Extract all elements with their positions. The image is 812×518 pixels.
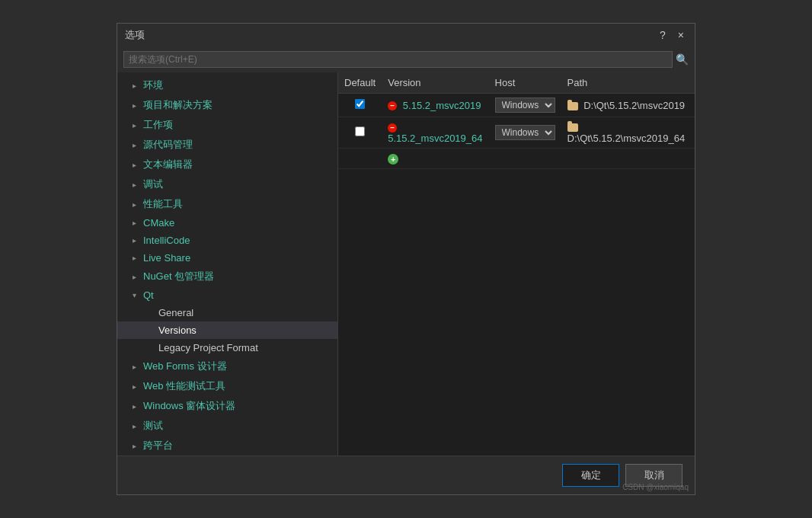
help-button[interactable]: ? bbox=[657, 27, 669, 43]
chevron-icon: ▸ bbox=[133, 236, 143, 245]
chevron-icon: ▸ bbox=[133, 402, 143, 411]
sidebar-item-qt-legacy[interactable]: Legacy Project Format bbox=[117, 339, 337, 357]
plus-icon bbox=[388, 154, 398, 165]
sidebar-item-label: General bbox=[158, 307, 193, 318]
chevron-icon: ▸ bbox=[133, 181, 143, 189]
search-bar: 🔍 bbox=[117, 46, 695, 72]
folder-icon bbox=[567, 123, 578, 132]
chevron-icon: ▸ bbox=[133, 200, 143, 209]
sidebar-item-workitems[interactable]: ▸工作项 bbox=[117, 115, 337, 135]
host-select[interactable]: Windows Linux macOS bbox=[495, 125, 555, 140]
sidebar-item-label: Web 性能测试工具 bbox=[143, 379, 225, 393]
sidebar-item-qt-versions[interactable]: Versions bbox=[117, 321, 337, 339]
col-default: Default bbox=[338, 72, 382, 94]
sidebar-item-debug[interactable]: ▸调试 bbox=[117, 174, 337, 194]
path-value: D:\Qt\5.15.2\msvc2019_64 bbox=[567, 133, 686, 144]
options-dialog: 选项 ? × 🔍 ▸环境▸项目和解决方案▸工作项▸源代码管理▸文本编辑器▸调试▸… bbox=[117, 23, 695, 495]
sidebar-item-test[interactable]: ▸测试 bbox=[117, 416, 337, 436]
version-name[interactable]: 5.15.2_msvc2019_64 bbox=[388, 133, 482, 144]
sidebar-item-qt-general[interactable]: General bbox=[117, 304, 337, 321]
sidebar-item-intellicode[interactable]: ▸IntelliCode bbox=[117, 232, 337, 249]
sidebar-item-label: 跨平台 bbox=[143, 439, 173, 452]
version-cell: 5.15.2_msvc2019_64 bbox=[382, 117, 488, 149]
main-content: ▸环境▸项目和解决方案▸工作项▸源代码管理▸文本编辑器▸调试▸性能工具▸CMak… bbox=[117, 72, 695, 456]
watermark: CSDN @xiaomiqaq bbox=[622, 483, 689, 491]
table-row: 5.15.2_msvc2019_64 Windows Linux macOS D… bbox=[338, 117, 695, 149]
sidebar-item-label: 源代码管理 bbox=[143, 138, 193, 152]
col-path: Path bbox=[561, 72, 692, 94]
add-version-row[interactable] bbox=[338, 149, 695, 169]
error-icon bbox=[388, 123, 397, 133]
sidebar-item-cmake[interactable]: ▸CMake bbox=[117, 214, 337, 232]
chevron-icon: ▾ bbox=[133, 291, 143, 299]
sidebar-item-sourcectrl[interactable]: ▸源代码管理 bbox=[117, 135, 337, 155]
qt-versions-table: Default Version Host Path Compiler 5.15.… bbox=[338, 72, 695, 169]
sidebar-item-label: CMake bbox=[143, 217, 174, 229]
sidebar-item-perftools[interactable]: ▸性能工具 bbox=[117, 194, 337, 214]
host-cell[interactable]: Windows Linux macOS bbox=[489, 94, 561, 117]
table-row: 5.15.2_msvc2019 Windows Linux macOS D:\Q… bbox=[338, 94, 695, 117]
row-checkbox[interactable] bbox=[355, 126, 365, 136]
search-icon[interactable]: 🔍 bbox=[676, 53, 689, 66]
chevron-icon: ▸ bbox=[133, 273, 143, 281]
version-name[interactable]: 5.15.2_msvc2019 bbox=[403, 100, 481, 111]
col-host: Host bbox=[489, 72, 561, 94]
chevron-icon: ▸ bbox=[133, 382, 143, 391]
add-version-spacer bbox=[338, 149, 382, 169]
path-cell: D:\Qt\5.15.2\msvc2019_64 bbox=[561, 117, 692, 149]
sidebar-item-webperf[interactable]: ▸Web 性能测试工具 bbox=[117, 376, 337, 396]
host-select[interactable]: Windows Linux macOS bbox=[495, 98, 555, 113]
sidebar-item-texteditor[interactable]: ▸文本编辑器 bbox=[117, 155, 337, 174]
sidebar-item-label: 文本编辑器 bbox=[143, 158, 193, 171]
ok-button[interactable]: 确定 bbox=[562, 464, 619, 487]
compiler-cell: msvc bbox=[691, 94, 695, 117]
sidebar-item-label: Web Forms 设计器 bbox=[143, 360, 227, 373]
sidebar-item-env[interactable]: ▸环境 bbox=[117, 75, 337, 95]
checkbox-cell[interactable] bbox=[338, 117, 382, 149]
chevron-icon: ▸ bbox=[133, 254, 143, 262]
chevron-icon: ▸ bbox=[133, 363, 143, 371]
sidebar-item-project[interactable]: ▸项目和解决方案 bbox=[117, 95, 337, 115]
col-compiler: Compiler bbox=[691, 72, 695, 94]
close-button[interactable]: × bbox=[675, 27, 687, 43]
sidebar-item-liveshare[interactable]: ▸Live Share bbox=[117, 249, 337, 267]
col-version: Version bbox=[382, 72, 488, 94]
chevron-icon: ▸ bbox=[133, 442, 143, 450]
chevron-icon: ▸ bbox=[133, 219, 143, 227]
chevron-icon: ▸ bbox=[133, 141, 143, 149]
sidebar-item-label: Windows 窗体设计器 bbox=[143, 399, 235, 413]
checkbox-cell[interactable] bbox=[338, 94, 382, 117]
add-version-cell[interactable] bbox=[382, 149, 695, 169]
chevron-icon: ▸ bbox=[133, 121, 143, 130]
right-panel: Default Version Host Path Compiler 5.15.… bbox=[338, 72, 695, 456]
sidebar-item-label: IntelliCode bbox=[143, 235, 190, 246]
sidebar-item-label: Qt bbox=[143, 289, 154, 301]
sidebar-item-label: 性能工具 bbox=[143, 197, 183, 211]
sidebar-item-label: Legacy Project Format bbox=[158, 342, 258, 353]
title-bar-controls: ? × bbox=[657, 27, 687, 43]
path-value: D:\Qt\5.15.2\msvc2019 bbox=[583, 100, 685, 111]
dialog-title: 选项 bbox=[125, 28, 145, 42]
compiler-cell: msvc bbox=[691, 117, 695, 149]
sidebar-item-nuget[interactable]: ▸NuGet 包管理器 bbox=[117, 267, 337, 286]
sidebar-item-crossplat[interactable]: ▸跨平台 bbox=[117, 436, 337, 456]
path-cell: D:\Qt\5.15.2\msvc2019 bbox=[561, 94, 692, 117]
sidebar-item-label: 测试 bbox=[143, 419, 163, 433]
sidebar-item-winforms[interactable]: ▸Windows 窗体设计器 bbox=[117, 396, 337, 416]
title-bar: 选项 ? × bbox=[117, 24, 695, 46]
sidebar-item-label: Versions bbox=[158, 325, 197, 336]
chevron-icon: ▸ bbox=[133, 101, 143, 110]
dialog-footer: 确定 取消 bbox=[117, 456, 695, 494]
row-checkbox[interactable] bbox=[355, 99, 365, 109]
host-cell[interactable]: Windows Linux macOS bbox=[489, 117, 561, 149]
sidebar-item-qt[interactable]: ▾Qt bbox=[117, 286, 337, 304]
search-input[interactable] bbox=[123, 51, 673, 68]
folder-icon bbox=[567, 102, 578, 110]
sidebar-item-label: 工作项 bbox=[143, 118, 173, 132]
sidebar-item-label: 环境 bbox=[143, 78, 163, 92]
chevron-icon: ▸ bbox=[133, 422, 143, 430]
error-icon bbox=[388, 101, 397, 110]
sidebar-item-webforms[interactable]: ▸Web Forms 设计器 bbox=[117, 357, 337, 376]
sidebar-item-label: NuGet 包管理器 bbox=[143, 270, 214, 283]
chevron-icon: ▸ bbox=[133, 82, 143, 90]
